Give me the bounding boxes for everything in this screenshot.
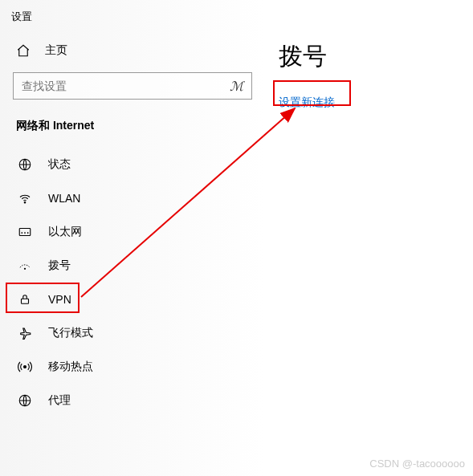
sidebar-item-label: 移动热点 — [48, 360, 93, 374]
globe-icon — [18, 157, 32, 172]
hotspot-icon — [18, 360, 32, 374]
sidebar-item-vpn[interactable]: VPN — [0, 283, 265, 316]
search-input[interactable] — [22, 79, 230, 92]
search-box[interactable]: ℳ — [13, 72, 252, 100]
new-connection-link[interactable]: 设置新连接 — [279, 96, 471, 110]
svg-point-5 — [24, 366, 27, 368]
page-title: 拨号 — [279, 40, 471, 73]
sidebar-item-proxy[interactable]: 代理 — [0, 384, 265, 417]
sidebar-item-label: 代理 — [48, 393, 71, 408]
svg-rect-4 — [22, 299, 29, 303]
main-panel: 拨号 设置新连接 — [279, 0, 471, 110]
sidebar-item-dialup[interactable]: 拨号 — [0, 249, 265, 283]
home-icon — [16, 43, 31, 58]
sidebar-item-label: 以太网 — [48, 225, 82, 239]
sidebar-item-status[interactable]: 状态 — [0, 148, 265, 181]
sidebar-item-label: 状态 — [48, 157, 71, 172]
sidebar-item-wlan[interactable]: WLAN — [0, 181, 265, 215]
settings-sidebar: 设置 主页 ℳ 网络和 Internet 状态 WLAN — [0, 0, 265, 476]
sidebar-item-ethernet[interactable]: 以太网 — [0, 215, 265, 249]
dialup-icon — [18, 258, 32, 273]
home-button[interactable]: 主页 — [0, 32, 265, 69]
watermark: CSDN @-tacoooooo — [369, 458, 465, 470]
sidebar-item-hotspot[interactable]: 移动热点 — [0, 350, 265, 384]
proxy-icon — [18, 393, 32, 408]
sidebar-item-label: WLAN — [48, 192, 80, 205]
search-icon: ℳ — [230, 79, 243, 94]
home-label: 主页 — [45, 43, 67, 58]
sidebar-item-label: VPN — [48, 293, 71, 306]
sidebar-item-airplane[interactable]: 飞行模式 — [0, 316, 265, 350]
vpn-icon — [18, 292, 32, 307]
svg-point-3 — [24, 268, 26, 270]
category-header: 网络和 Internet — [0, 108, 265, 148]
airplane-icon — [18, 326, 32, 340]
svg-point-1 — [24, 202, 26, 204]
ethernet-icon — [18, 225, 32, 239]
wifi-icon — [18, 191, 32, 205]
sidebar-item-label: 飞行模式 — [48, 326, 93, 340]
sidebar-item-label: 拨号 — [48, 258, 71, 273]
window-title: 设置 — [0, 6, 265, 32]
